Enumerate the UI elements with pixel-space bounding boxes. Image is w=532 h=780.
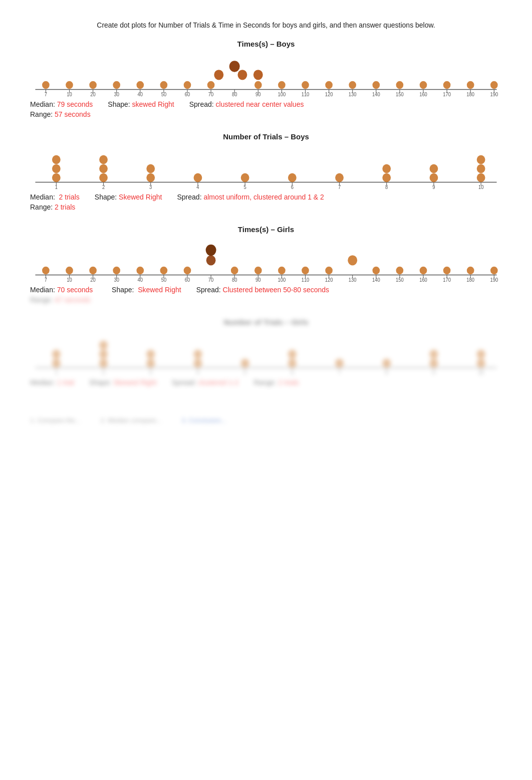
- spread-label-2: Spread: almost uniform, clustered around…: [177, 193, 324, 201]
- svg-point-190: [99, 350, 108, 359]
- svg-point-148: [113, 267, 120, 275]
- svg-text:150: 150: [396, 277, 404, 282]
- svg-text:3: 3: [149, 184, 152, 189]
- svg-text:4: 4: [196, 184, 199, 189]
- svg-text:140: 140: [372, 92, 380, 96]
- svg-point-100: [430, 164, 438, 173]
- svg-point-55: [302, 81, 309, 89]
- svg-point-198: [288, 350, 297, 359]
- median-label-2: Median: 2 trials: [30, 193, 80, 201]
- svg-text:7: 7: [45, 277, 47, 282]
- svg-text:80: 80: [232, 92, 237, 96]
- svg-text:120: 120: [325, 92, 333, 96]
- chart-title-times-girls: Times(s) – Girls: [30, 225, 502, 234]
- footer-item-2: 2. Median compare...: [100, 417, 161, 424]
- instructions: Create dot plots for Number of Trials & …: [30, 20, 502, 31]
- svg-point-88: [99, 173, 108, 182]
- svg-point-60: [420, 81, 427, 89]
- svg-text:170: 170: [443, 92, 451, 96]
- svg-text:130: 130: [349, 277, 357, 282]
- svg-point-41: [42, 81, 50, 89]
- stats-range-3-blurred: Range: 47 seconds: [30, 296, 502, 304]
- svg-text:90: 90: [255, 92, 261, 96]
- svg-text:160: 160: [419, 92, 427, 96]
- svg-point-54: [278, 81, 286, 89]
- shape-value-3: Skewed Right: [138, 286, 181, 294]
- svg-point-87: [52, 155, 61, 164]
- svg-text:2: 2: [102, 370, 105, 374]
- dot-plot-times-boys: 7 10 20 30 40 50 60 70 80 90 1: [30, 51, 502, 96]
- svg-point-98: [382, 164, 391, 173]
- median-value-3: 70 seconds: [57, 286, 93, 294]
- svg-text:30: 30: [114, 277, 119, 282]
- svg-text:100: 100: [278, 92, 286, 96]
- svg-point-56: [325, 81, 333, 89]
- svg-text:100: 100: [278, 277, 286, 282]
- svg-point-147: [89, 267, 97, 275]
- section-times-boys: Times(s) – Boys 7 10 20 30 40 50 60: [30, 40, 502, 118]
- svg-text:60: 60: [185, 277, 190, 282]
- svg-point-90: [99, 155, 108, 164]
- svg-text:9: 9: [432, 184, 435, 189]
- spread-value-2: almost uniform, clustered around 1 & 2: [203, 193, 324, 201]
- median-label-1: Median: 79 seconds: [30, 100, 93, 108]
- shape-label-1: Shape: skewed Right: [108, 100, 174, 108]
- svg-point-149: [136, 267, 144, 275]
- svg-point-202: [430, 350, 438, 359]
- svg-text:70: 70: [208, 92, 214, 96]
- svg-point-159: [325, 267, 333, 275]
- footer-questions: 1. Compare the... 2. Median compare... 3…: [30, 417, 502, 424]
- svg-point-43: [89, 81, 97, 89]
- svg-text:40: 40: [138, 92, 143, 96]
- svg-text:90: 90: [255, 277, 261, 282]
- svg-point-59: [396, 81, 404, 89]
- svg-point-196: [241, 359, 249, 368]
- chart-title-trials-boys: Number of Trials – Boys: [30, 132, 502, 141]
- spread-value-1: clustered near center values: [216, 100, 304, 108]
- stats-times-girls: Median: 70 seconds Shape: Skewed Right S…: [30, 286, 502, 294]
- svg-point-152: [206, 255, 216, 265]
- svg-point-188: [52, 350, 61, 359]
- svg-point-145: [42, 267, 50, 275]
- svg-point-151: [184, 267, 191, 275]
- svg-text:130: 130: [349, 92, 357, 96]
- svg-text:70: 70: [208, 277, 214, 282]
- svg-text:10: 10: [67, 277, 72, 282]
- svg-text:160: 160: [419, 277, 427, 282]
- range-label-1: Range: 57 seconds: [30, 110, 91, 118]
- svg-point-200: [382, 359, 391, 368]
- svg-point-44: [113, 81, 120, 89]
- svg-point-91: [146, 173, 155, 182]
- svg-point-155: [348, 255, 357, 265]
- dot-plot-trials-boys: 1 2 3 4 5 6 7 8 9 10: [30, 144, 502, 189]
- svg-point-201: [430, 359, 438, 368]
- svg-text:20: 20: [90, 92, 96, 96]
- svg-text:1: 1: [55, 184, 58, 189]
- svg-text:150: 150: [396, 92, 404, 96]
- svg-text:5: 5: [244, 370, 247, 374]
- svg-point-204: [477, 350, 485, 359]
- shape-value-1: skewed Right: [132, 100, 174, 108]
- svg-text:110: 110: [302, 92, 310, 96]
- svg-point-157: [278, 267, 286, 275]
- svg-point-161: [396, 267, 404, 275]
- svg-text:8: 8: [385, 184, 388, 189]
- svg-point-95: [288, 173, 297, 182]
- shape-label-2: Shape: Skewed Right: [95, 193, 162, 201]
- svg-point-47: [184, 81, 191, 89]
- spread-value-3: Clustered between 50-80 seconds: [223, 286, 329, 294]
- svg-point-165: [490, 267, 498, 275]
- svg-point-158: [302, 267, 309, 275]
- section-trials-girls: Number of Trials – Girls 1 2 3 4 5 6 7 8: [30, 318, 502, 386]
- svg-text:50: 50: [161, 277, 167, 282]
- svg-point-62: [467, 81, 474, 89]
- range-label-2: Range: 2 trials: [30, 203, 75, 211]
- svg-point-153: [206, 245, 216, 256]
- svg-point-86: [52, 164, 61, 173]
- chart-title-times-boys: Times(s) – Boys: [30, 40, 502, 48]
- svg-point-197: [288, 359, 297, 368]
- spread-label-1: Spread: clustered near center values: [189, 100, 304, 108]
- svg-text:80: 80: [232, 277, 237, 282]
- svg-text:180: 180: [466, 92, 474, 96]
- svg-text:5: 5: [244, 184, 247, 189]
